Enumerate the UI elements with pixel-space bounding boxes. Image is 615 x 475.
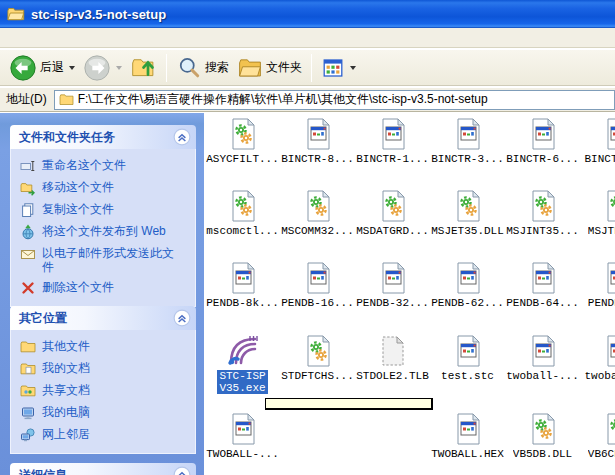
panel-file-tasks-header[interactable]: 文件和文件夹任务 xyxy=(10,125,196,149)
file-item[interactable]: PENDB-64... xyxy=(505,258,580,309)
file-item[interactable]: PENDB-62... xyxy=(430,258,505,309)
place-link[interactable]: 共享文档 xyxy=(20,383,191,399)
place-link[interactable]: 其他文件 xyxy=(20,339,191,355)
file-label: VB6CHS... xyxy=(588,448,615,460)
task-icon xyxy=(20,224,36,240)
folders-button[interactable]: 文件夹 xyxy=(233,52,306,84)
menu-item[interactable] xyxy=(102,36,122,40)
file-label: STC-ISP V35.exe xyxy=(217,370,267,394)
dll-icon xyxy=(601,412,615,446)
menu-item[interactable] xyxy=(42,36,62,40)
menu-item[interactable] xyxy=(62,36,82,40)
place-link[interactable]: 我的电脑 xyxy=(20,405,191,421)
file-item[interactable]: BINCTR-6... xyxy=(505,114,580,165)
file-item[interactable]: STDFTCHS... xyxy=(280,331,355,394)
menu-item[interactable] xyxy=(22,36,42,40)
dll-icon xyxy=(451,189,485,223)
file-item[interactable]: PENDB-16... xyxy=(280,258,355,309)
file-item[interactable]: TWOBALL-... xyxy=(205,409,280,460)
task-link[interactable]: 以电子邮件形式发送此文件 xyxy=(20,246,191,274)
file-label: mscomctl... xyxy=(206,225,279,237)
file-item[interactable]: MSJET35.DLL xyxy=(430,186,505,237)
file-item[interactable]: PENDB-8k... xyxy=(205,258,280,309)
file-label: MSDATGRD... xyxy=(356,225,429,237)
chevron-up-icon[interactable] xyxy=(173,466,191,475)
file-item[interactable]: STDOLE2.TLB xyxy=(355,331,430,394)
file-label: BINCTR-8... xyxy=(281,153,354,165)
file-item[interactable]: MSCOMM32... xyxy=(280,186,355,237)
file-label: PENDB-8k... xyxy=(206,297,279,309)
file-icon xyxy=(226,117,260,151)
back-dropdown-caret[interactable] xyxy=(69,66,75,70)
file-item[interactable]: BINCTR-1... xyxy=(355,114,430,165)
file-item[interactable]: STC-ISP V35.exe xyxy=(205,331,280,394)
file-item[interactable]: VB6CHS... xyxy=(580,409,615,460)
back-label: 后退 xyxy=(40,59,64,76)
file-item[interactable]: BINCTR-3... xyxy=(430,114,505,165)
panel-other-places-header[interactable]: 其它位置 xyxy=(10,306,196,330)
file-item[interactable]: twoball-... xyxy=(505,331,580,394)
file-icon xyxy=(376,117,410,151)
place-link[interactable]: 网上邻居 xyxy=(20,427,191,443)
place-icon xyxy=(20,427,36,443)
file-item[interactable]: BINCTR-... xyxy=(580,114,615,165)
file-item[interactable]: TWOBALL.HEX xyxy=(430,409,505,460)
address-input[interactable]: F:\工作文件\易语言硬件操作精解\软件\单片机\其他文件\stc-isp-v3… xyxy=(54,90,615,110)
file-item[interactable]: MSJINT35... xyxy=(505,186,580,237)
task-link[interactable]: 重命名这个文件 xyxy=(20,158,191,174)
task-link[interactable]: 复制这个文件 xyxy=(20,202,191,218)
dll-icon xyxy=(376,189,410,223)
ocx-icon xyxy=(376,261,410,295)
chevron-up-icon[interactable] xyxy=(173,309,191,327)
file-icon xyxy=(301,334,335,368)
ocx-icon xyxy=(301,261,335,295)
file-icon xyxy=(601,412,615,446)
menu-item[interactable] xyxy=(2,36,22,40)
rename-icon xyxy=(20,158,36,174)
mydocs-icon xyxy=(20,361,36,377)
file-row: mscomctl... MSCOMM32... MSDATGRD... MSJE… xyxy=(205,186,615,237)
task-label: 删除这个文件 xyxy=(42,280,114,294)
panel-file-tasks: 文件和文件夹任务 重命名这个文件 移动这个文件 复制这个文件 xyxy=(10,125,196,307)
tlb-icon xyxy=(376,334,410,368)
file-item[interactable]: twoball... xyxy=(580,331,615,394)
ocx-icon xyxy=(526,117,560,151)
task-link[interactable]: 移动这个文件 xyxy=(20,180,191,196)
task-link[interactable]: 删除这个文件 xyxy=(20,280,191,296)
panel-details-header[interactable]: 详细信息 xyxy=(10,463,196,475)
up-button[interactable] xyxy=(126,52,161,84)
forward-dropdown-caret xyxy=(116,66,122,70)
dll-icon xyxy=(226,189,260,223)
task-icon xyxy=(20,246,36,262)
file-item[interactable]: PENDB-32... xyxy=(355,258,430,309)
task-link[interactable]: 将这个文件发布到 Web xyxy=(20,224,191,240)
file-item[interactable]: test.stc xyxy=(430,331,505,394)
task-label: 以电子邮件形式发送此文件 xyxy=(42,246,180,274)
back-button[interactable]: 后退 xyxy=(5,52,79,84)
file-item[interactable]: ASYCFILT... xyxy=(205,114,280,165)
chevron-up-icon[interactable] xyxy=(173,128,191,146)
menu-item[interactable] xyxy=(82,36,102,40)
views-button[interactable] xyxy=(317,52,360,84)
file-item[interactable]: MSJTER... xyxy=(580,186,615,237)
views-dropdown-caret[interactable] xyxy=(350,66,356,70)
file-icon xyxy=(526,334,560,368)
forward-button[interactable] xyxy=(79,52,126,84)
search-button[interactable]: 搜索 xyxy=(172,52,233,84)
file-info-tooltip xyxy=(265,398,433,410)
place-link[interactable]: 我的文档 xyxy=(20,361,191,377)
file-item[interactable]: PENDB-... xyxy=(580,258,615,309)
move-icon xyxy=(20,180,36,196)
file-item[interactable]: MSDATGRD... xyxy=(355,186,430,237)
task-label: 复制这个文件 xyxy=(42,202,114,216)
file-item[interactable]: BINCTR-8... xyxy=(280,114,355,165)
file-label: BINCTR-... xyxy=(584,153,615,165)
file-label: BINCTR-3... xyxy=(431,153,504,165)
file-item[interactable]: VB5DB.DLL xyxy=(505,409,580,460)
title-bar[interactable]: stc-isp-v3.5-not-setup xyxy=(0,0,615,28)
file-item[interactable]: mscomctl... xyxy=(205,186,280,237)
file-icon xyxy=(451,117,485,151)
file-label: MSJET35.DLL xyxy=(431,225,504,237)
file-label: MSJINT35... xyxy=(506,225,579,237)
toolbar: 后退 搜索 文件夹 xyxy=(0,49,615,86)
